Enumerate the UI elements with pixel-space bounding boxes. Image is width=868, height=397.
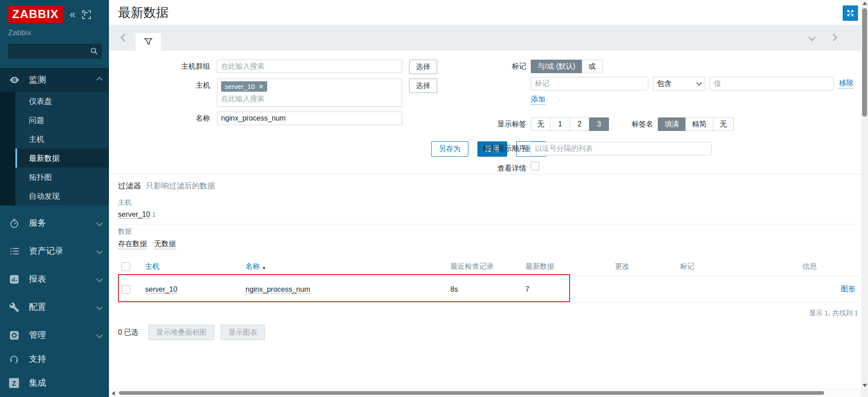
tag-remove-link[interactable]: 移除 xyxy=(839,79,854,89)
host-groups-input[interactable] xyxy=(217,60,402,73)
kiosk-mode-button[interactable] xyxy=(843,5,858,21)
tags-or-option[interactable]: 或 xyxy=(582,60,603,73)
with-data-link[interactable]: 存在数据 xyxy=(118,239,147,249)
sidebar-item-discovery[interactable]: 自动发现 xyxy=(15,187,109,206)
filter-note-title: 过滤器 xyxy=(118,182,141,190)
tag-name-input[interactable] xyxy=(531,77,648,90)
row-item-link[interactable]: nginx_process_num xyxy=(245,285,310,294)
chevron-down-icon xyxy=(96,276,103,282)
vertical-scrollbar[interactable] xyxy=(861,0,868,397)
selected-count: 0 已选 xyxy=(118,328,138,337)
name-label: 名称 xyxy=(109,112,210,123)
data-section-label: 数据 xyxy=(118,227,859,236)
sort-asc-icon: ▲ xyxy=(262,265,266,270)
filter-panel: 主机群组 选择 主机 server_10 ✕ 在此输入搜索 选择 xyxy=(109,51,868,174)
last-value-header: 最新数据 xyxy=(522,257,611,276)
sidebar-search-input[interactable] xyxy=(8,44,102,59)
sidebar-item-inventory[interactable]: 资产记录 xyxy=(0,241,109,262)
chevron-down-icon xyxy=(96,220,103,226)
tags-andor-option[interactable]: 与/或 (默认) xyxy=(531,60,582,73)
sort-host-header[interactable]: 主机 xyxy=(145,262,160,270)
sidebar-item-services[interactable]: 服务 xyxy=(0,213,109,234)
tag-add-link[interactable]: 添加 xyxy=(531,95,545,105)
horizontal-scrollbar[interactable] xyxy=(109,389,861,397)
last-check-header: 最近检查记录 xyxy=(447,257,522,276)
search-icon[interactable] xyxy=(90,47,98,57)
sort-name-header[interactable]: 名称 xyxy=(245,262,260,270)
compact-view-icon[interactable] xyxy=(82,10,91,19)
without-data-link[interactable]: 无数据 xyxy=(154,239,176,249)
host-filter-count: 1 xyxy=(152,210,156,218)
sidebar-item-support[interactable]: 支持 xyxy=(0,349,109,369)
hosts-select-button[interactable]: 选择 xyxy=(409,79,437,93)
display-stacked-graph-button[interactable]: 显示堆叠面积图 xyxy=(148,325,214,340)
chevron-up-icon xyxy=(96,76,103,83)
row-checkbox[interactable] xyxy=(122,285,130,294)
tag-name-shortened[interactable]: 精简 xyxy=(685,117,713,131)
sidebar-item-reports[interactable]: 报表 xyxy=(0,269,109,290)
change-header: 更改 xyxy=(611,257,676,276)
show-tags-2[interactable]: 2 xyxy=(570,117,590,131)
collapse-filter-icon[interactable] xyxy=(808,34,816,42)
vertical-scroll-thumb[interactable] xyxy=(862,8,867,117)
remove-chip-icon[interactable]: ✕ xyxy=(259,83,264,90)
show-tags-1[interactable]: 1 xyxy=(550,117,570,131)
filter-summary: 过滤器 只影响过滤后的数据 主机 server_101 数据 存在数据 无数据 xyxy=(109,174,868,255)
chevron-down-icon xyxy=(696,80,702,86)
row-graph-link[interactable]: 图形 xyxy=(841,285,855,293)
tag-display-label: 标签名 xyxy=(609,117,653,129)
sidebar-item-integrations[interactable]: Z 集成 xyxy=(0,373,109,393)
tag-priority-input[interactable] xyxy=(531,142,712,155)
host-filter-link[interactable]: server_10 xyxy=(118,210,150,219)
wrench-icon xyxy=(9,302,21,313)
bulk-action-bar: 0 已选 显示堆叠面积图 显示图表 xyxy=(118,325,859,340)
show-tags-3[interactable]: 3 xyxy=(589,117,609,131)
scroll-left-icon[interactable] xyxy=(112,391,115,396)
tag-name-full[interactable]: 填满 xyxy=(658,117,686,131)
scroll-down-icon[interactable] xyxy=(863,384,867,387)
sidebar-item-hosts[interactable]: 主机 xyxy=(15,130,109,149)
collapse-sidebar-icon[interactable]: « xyxy=(70,9,75,20)
tag-name-none[interactable]: 无 xyxy=(713,117,734,131)
sidebar-item-administration[interactable]: 管理 xyxy=(0,325,109,346)
previous-tab-icon[interactable] xyxy=(120,33,128,42)
zabbix-logo[interactable]: ZABBIX xyxy=(8,6,63,23)
host-groups-select-button[interactable]: 选择 xyxy=(409,60,437,74)
hosts-label: 主机 xyxy=(109,79,210,90)
tag-value-input[interactable] xyxy=(710,77,834,90)
display-graph-button[interactable]: 显示图表 xyxy=(221,325,265,340)
filter-tab[interactable] xyxy=(136,33,161,51)
host-chip: server_10 ✕ xyxy=(221,81,267,92)
list-icon xyxy=(9,246,21,257)
row-host-link[interactable]: server_10 xyxy=(145,285,177,294)
horizontal-scroll-thumb[interactable] xyxy=(119,391,824,395)
row-change xyxy=(611,276,676,303)
next-tab-icon[interactable] xyxy=(830,34,838,42)
table-summary: 显示 1, 共找到 1 xyxy=(119,309,858,318)
show-tags-none[interactable]: 无 xyxy=(531,117,551,131)
sidebar-item-dashboard[interactable]: 仪表盘 xyxy=(15,92,109,111)
info-header: 信息 xyxy=(799,257,859,276)
select-all-checkbox[interactable] xyxy=(122,262,130,271)
sidebar-item-problems[interactable]: 问题 xyxy=(15,111,109,130)
sidebar-item-configuration[interactable]: 配置 xyxy=(0,297,109,318)
show-details-checkbox[interactable] xyxy=(531,162,539,170)
tags-label: 标记 xyxy=(471,60,526,71)
monitoring-submenu: 仪表盘 问题 主机 最新数据 拓扑图 自动发现 xyxy=(0,92,109,206)
tag-operator-select[interactable]: 包含 xyxy=(653,77,705,90)
chevron-down-icon xyxy=(96,304,103,310)
filter-note: 只影响过滤后的数据 xyxy=(146,182,215,190)
tag-name-segment: 填满 精简 无 xyxy=(658,117,734,131)
sidebar: ZABBIX « Zabbix 监测 xyxy=(0,0,109,397)
main-content: 最新数据 主机群组 选 xyxy=(109,0,868,397)
sidebar-item-maps[interactable]: 拓扑图 xyxy=(15,168,109,187)
hosts-input-placeholder[interactable]: 在此输入搜索 xyxy=(221,94,398,104)
hosts-multiselect[interactable]: server_10 ✕ 在此输入搜索 xyxy=(217,79,402,107)
scroll-up-icon[interactable] xyxy=(863,2,867,5)
sidebar-item-latest-data[interactable]: 最新数据 xyxy=(15,149,109,168)
table-header-row: 主机 名称▲ 最近检查记录 最新数据 更改 标记 信息 xyxy=(118,257,859,276)
name-input[interactable] xyxy=(217,112,402,125)
sidebar-item-monitoring[interactable]: 监测 xyxy=(0,68,109,92)
host-groups-label: 主机群组 xyxy=(109,60,210,71)
save-as-button[interactable]: 另存为 xyxy=(431,141,468,157)
